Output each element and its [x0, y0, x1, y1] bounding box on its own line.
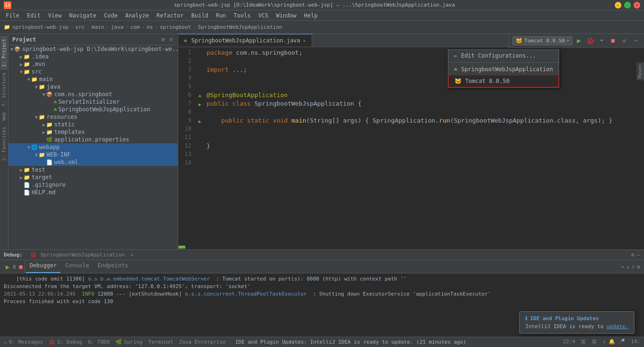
tree-item-java[interactable]: ▼ 📁 java: [8, 83, 178, 91]
dropdown-item-edit-configs[interactable]: ✏ Edit Configurations...: [448, 50, 559, 61]
maven-panel-tab[interactable]: Maven: [636, 62, 644, 80]
menu-item-help[interactable]: Help: [300, 11, 322, 20]
tree-item-resources[interactable]: ▼ 📁 resources: [8, 113, 178, 121]
menu-item-edit[interactable]: Edit: [23, 11, 44, 20]
tree-item-main[interactable]: ▼ 📁 main: [8, 75, 178, 83]
tree-item-webinf[interactable]: ▼ 📁 WEB-INF: [8, 151, 178, 158]
breadcrumb-project-icon: 📁: [4, 24, 10, 31]
more-run-button[interactable]: ⋯: [631, 36, 640, 45]
debug-step-over-icon[interactable]: ↷: [621, 264, 624, 270]
gutter-run-icon-9[interactable]: ▶: [198, 119, 201, 124]
menu-item-run[interactable]: Run: [212, 11, 230, 20]
side-tab-structure[interactable]: 7: Structure: [0, 70, 8, 109]
breadcrumb-main[interactable]: main: [91, 24, 104, 30]
tree-item-servletinitializer[interactable]: ▶ ☘ ServletInitializer: [8, 98, 178, 106]
breadcrumb-class[interactable]: SpringbootWebJspApplication: [198, 24, 282, 30]
status-todo[interactable]: 6: TODO: [88, 339, 109, 345]
maximize-button[interactable]: □: [624, 2, 631, 8]
debug-collapse-icon[interactable]: —: [637, 252, 640, 258]
minimize-button[interactable]: –: [615, 2, 621, 8]
debug-session-tab[interactable]: 🐞 SpringbootWebJspApplication ✕: [30, 252, 133, 258]
status-terminal-label: Terminal: [149, 339, 173, 345]
code-editor[interactable]: 1 package com.ns.springboot; 2 3 import …: [178, 47, 644, 246]
line-gutter-10: [195, 125, 205, 134]
breadcrumb-java[interactable]: java: [111, 24, 124, 30]
debug-stop-icon[interactable]: ■: [19, 264, 22, 270]
tree-item-target[interactable]: ▶ 📁 target: [8, 174, 178, 181]
menu-item-tools[interactable]: Tools: [230, 11, 255, 20]
line-gutter-1: [195, 49, 205, 58]
line-number-2: 2: [178, 58, 195, 66]
menu-item-analyze[interactable]: Analyze: [121, 11, 153, 20]
tree-item-package[interactable]: ▼ 📦 com.ns.springboot: [8, 91, 178, 98]
tree-item-mvn[interactable]: ▶ 📁 .mvn: [8, 60, 178, 68]
debug-button[interactable]: 🐞: [586, 36, 595, 45]
title-bar: IJ springboot-web-jsp [D:\IdeaWork\sprin…: [0, 0, 644, 10]
line-gutter-9: ▶: [195, 117, 205, 125]
tree-item-root[interactable]: ▼ 📦 springboot-web-jsp D:\IdeaWork\sprin…: [8, 45, 178, 53]
debug-step-out-icon[interactable]: ↑: [632, 264, 635, 270]
tree-item-static[interactable]: ▶ 📁 static: [8, 121, 178, 128]
side-tab-favorites[interactable]: 2: Favorites: [0, 124, 8, 164]
tab-close-button[interactable]: ✕: [303, 38, 306, 43]
status-java-ent[interactable]: Java Enterprise: [179, 339, 226, 345]
breadcrumb-src[interactable]: src: [75, 24, 85, 30]
settings-button[interactable]: ⚙: [168, 36, 174, 43]
debug-tab-endpoints[interactable]: Endpoints: [94, 260, 132, 273]
folder-icon-webinf: 📁: [39, 152, 45, 158]
debug-tab-debugger[interactable]: Debugger: [26, 260, 61, 273]
breadcrumb-ns[interactable]: ns: [147, 24, 153, 30]
breadcrumb-project[interactable]: springboot-web-jsp: [12, 24, 68, 30]
tree-item-helpmd[interactable]: ▶ 📄 HELP.md: [8, 189, 178, 196]
menu-item-window[interactable]: Window: [272, 11, 300, 20]
run-config-select[interactable]: 🐱 Tomcat 8.0.50 ▼: [512, 36, 572, 45]
debug-pause-icon[interactable]: ⏸: [11, 264, 17, 270]
menu-item-build[interactable]: Build: [188, 11, 212, 20]
sync-button[interactable]: ↺: [619, 36, 629, 45]
side-tab-project[interactable]: 1: Project: [0, 36, 8, 70]
status-spring[interactable]: 🌿 Spring: [116, 339, 143, 345]
webapp-icon: 🌐: [31, 144, 38, 150]
status-terminal[interactable]: Terminal: [149, 339, 173, 345]
close-button[interactable]: ✕: [634, 2, 640, 8]
java-spring-icon-si: ☘: [54, 99, 57, 105]
tree-item-gitignore[interactable]: ▶ 📄 .gitignore: [8, 181, 178, 189]
debug-evaluate-icon[interactable]: ≡: [637, 264, 640, 270]
debug-step-into-icon[interactable]: ↓: [626, 264, 629, 270]
tree-item-src[interactable]: ▼ 📁 src: [8, 68, 178, 75]
stop-button[interactable]: ■: [608, 36, 618, 45]
tree-item-templates[interactable]: ▶ 📁 templates: [8, 128, 178, 136]
line-gutter-2: [195, 58, 205, 66]
tree-item-webxml[interactable]: ▶ 📄 web.xml: [8, 158, 178, 166]
collapse-all-button[interactable]: ⊞: [160, 36, 166, 43]
menu-item-file[interactable]: File: [2, 11, 23, 20]
notification-update-link[interactable]: update.: [607, 323, 628, 330]
tree-item-webapp[interactable]: ▼ 🌐 webapp: [8, 143, 178, 151]
editor-tab-main[interactable]: ☘ SpringbootWebJspApplication.java ✕: [178, 34, 312, 47]
tree-item-appprops[interactable]: ▶ 🌿 application.properties: [8, 136, 178, 143]
menu-item-navigate[interactable]: Navigate: [66, 11, 100, 20]
breadcrumb-springboot[interactable]: springboot: [160, 24, 191, 30]
breadcrumb-com[interactable]: com: [131, 24, 140, 30]
debug-session-close[interactable]: ✕: [131, 252, 133, 257]
debug-settings-icon[interactable]: ⚙: [631, 252, 635, 258]
menu-item-code[interactable]: Code: [100, 11, 122, 20]
tree-item-idea[interactable]: ▶ 📁 .idea: [8, 53, 178, 60]
menu-item-view[interactable]: View: [44, 11, 66, 20]
menu-item-vcs[interactable]: VCS: [255, 11, 272, 20]
tree-item-test[interactable]: ▶ 📁 test: [8, 166, 178, 174]
dropdown-item-springboot[interactable]: ☘ SpringbootWebJspApplication: [448, 64, 559, 75]
side-tab-web[interactable]: Web: [0, 109, 8, 124]
menu-item-refactor[interactable]: Refactor: [153, 11, 188, 20]
main-layout: 1: Project 7: Structure Web 2: Favorites…: [0, 34, 644, 249]
gutter-run-icon-7[interactable]: ▶: [198, 102, 201, 107]
debug-tab-console[interactable]: Console: [61, 260, 93, 273]
tree-label-si: ServletInitializer: [58, 99, 120, 105]
tree-item-main-class[interactable]: ▶ ☘ SpringbootWebJspApplication: [8, 106, 178, 113]
run-button[interactable]: ▶: [574, 36, 584, 45]
dropdown-item-tomcat[interactable]: 🐱 Tomcat 8.0.50: [448, 75, 559, 87]
debug-resume-icon[interactable]: ▶: [6, 263, 9, 271]
status-debug[interactable]: 🐞 5: Debug: [49, 339, 82, 345]
status-messages[interactable]: ⚠ 0: Messages: [4, 339, 43, 345]
coverage-button[interactable]: ☂: [597, 36, 606, 45]
